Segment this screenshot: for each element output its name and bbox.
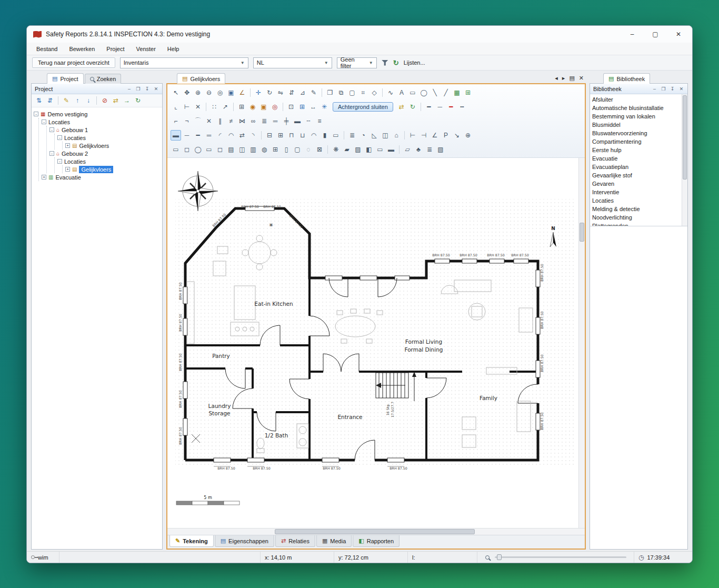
table-icon[interactable]: ⊞	[463, 87, 473, 98]
library-item[interactable]: Bestemming van lokalen	[592, 112, 681, 121]
library-item[interactable]: Gevaren	[592, 180, 681, 188]
elevator-icon[interactable]: ◫	[380, 130, 391, 141]
wall-medium-icon[interactable]: ━	[193, 130, 203, 141]
horizontal-scrollbar[interactable]	[167, 528, 585, 535]
library-item[interactable]: Bluswatervoorziening	[592, 129, 681, 137]
tab-eigenschappen[interactable]: ▤ Eigenschappen	[215, 535, 274, 547]
wardrobe-icon[interactable]: ◫	[237, 144, 247, 155]
expand-icon[interactable]: +	[65, 143, 70, 148]
fit-screen-icon[interactable]: ▣	[226, 87, 236, 98]
curve-icon[interactable]: ∿	[385, 87, 396, 98]
line-style-thick-icon[interactable]: ━	[424, 102, 434, 112]
move-up-icon[interactable]: ↑	[72, 95, 83, 106]
tv-icon[interactable]: ▭	[375, 144, 385, 155]
zoom-reset-icon[interactable]	[485, 555, 490, 560]
tree-item-locaties-1[interactable]: - Locaties	[42, 118, 161, 126]
panel-minimize-icon[interactable]: –	[650, 86, 659, 92]
collapse-icon[interactable]: -	[57, 159, 62, 164]
copy-icon[interactable]: ❐	[325, 87, 335, 98]
tab-relaties[interactable]: ⇄ Relaties	[275, 535, 315, 547]
panel-pin-icon[interactable]: ↧	[668, 86, 677, 92]
wall-dashed-icon[interactable]: ╌	[303, 116, 314, 126]
library-item[interactable]: Evacuatie	[592, 154, 681, 163]
close-button[interactable]: ✕	[667, 27, 690, 42]
wall-corner-left-icon[interactable]: ⌐	[171, 116, 181, 126]
tab-project[interactable]: ▤ Project	[47, 73, 84, 84]
refresh-icon[interactable]: ↻	[393, 59, 399, 67]
window-bay-icon[interactable]: ⊓	[286, 130, 297, 141]
snap-angle-icon[interactable]: ↗	[220, 102, 231, 112]
desk-icon[interactable]: ▬	[386, 144, 396, 155]
chair-icon[interactable]: ◻	[215, 144, 225, 155]
stairs-icon[interactable]: ≣	[347, 130, 357, 141]
snap-star-icon[interactable]: ✳	[319, 102, 329, 112]
filter-select[interactable]: Geen filter▼	[337, 57, 377, 68]
select-pointer-icon[interactable]: ↖	[171, 87, 181, 98]
tree-item-gelijkvloers-2[interactable]: + ▤ Gelijkvloers	[65, 165, 161, 173]
library-item[interactable]: Locaties	[592, 196, 681, 205]
library-item[interactable]: Eerste hulp	[592, 146, 681, 154]
node-edit-icon[interactable]: ⊿	[297, 87, 308, 98]
column-icon[interactable]: ▮	[319, 130, 330, 141]
menu-bestand[interactable]: Bestand	[31, 44, 63, 54]
close-background-button[interactable]: Achtergrond sluiten	[333, 102, 393, 112]
menu-bewerken[interactable]: Bewerken	[64, 44, 100, 54]
snap-grid-icon[interactable]: ∷	[209, 102, 219, 112]
tree-item-locaties-2[interactable]: - Locaties	[57, 134, 161, 142]
stamp-icon[interactable]: ⧉	[336, 87, 346, 98]
ramp-icon[interactable]: ◺	[369, 130, 380, 141]
view-mode-select[interactable]: Inventaris▼	[120, 57, 248, 68]
tree-item-gebouw-2[interactable]: - ⌂ Gebouw 2	[49, 150, 161, 157]
target-icon[interactable]: ◎	[269, 102, 280, 112]
mirror-horizontal-icon[interactable]: ⇋	[275, 87, 286, 98]
tree-item-gelijkvloers-1[interactable]: + ▤ Gelijkvloers	[65, 142, 161, 150]
drawing-canvas[interactable]: N	[167, 158, 585, 528]
window-single-icon[interactable]: ⊟	[264, 130, 275, 141]
collapse-icon[interactable]: -	[49, 151, 54, 156]
wall-cross-icon[interactable]: ✕	[204, 116, 214, 126]
rect-marker-icon[interactable]: ▣	[258, 102, 269, 112]
door-double-icon[interactable]: ◠	[226, 130, 236, 141]
library-scrollbar[interactable]	[682, 94, 687, 226]
rectangle-icon[interactable]: ▭	[407, 87, 418, 98]
expand-icon[interactable]: +	[42, 175, 46, 180]
menu-venster[interactable]: Venster	[131, 44, 161, 54]
transfer-icon[interactable]: ⇄	[111, 95, 121, 106]
zoom-out-icon[interactable]: ⊖	[204, 87, 214, 98]
sofa-icon[interactable]: ▭	[171, 144, 181, 155]
bed-icon[interactable]: ▤	[226, 144, 236, 155]
dimension-vertical-icon[interactable]: ⊣	[418, 130, 429, 141]
wall-double-icon[interactable]: ═	[204, 130, 214, 141]
leader-icon[interactable]: ↘	[452, 130, 462, 141]
wall-triple-icon[interactable]: ≣	[259, 116, 269, 126]
filter-icon[interactable]	[382, 60, 388, 66]
wall-cavity-icon[interactable]: ═	[270, 116, 281, 126]
document-list-icon[interactable]: ▤	[569, 75, 574, 82]
expand-icon[interactable]: +	[65, 167, 70, 172]
library-item[interactable]: Melding & detectie	[592, 205, 681, 213]
line-icon[interactable]: ╲	[430, 87, 440, 98]
group-icon[interactable]: ▢	[347, 87, 357, 98]
zoom-window-icon[interactable]: ◎	[215, 87, 225, 98]
menu-help[interactable]: Help	[162, 44, 185, 54]
rotate-icon[interactable]: ↻	[264, 87, 275, 98]
door-sliding-icon[interactable]: ⇄	[237, 130, 247, 141]
rect-table-icon[interactable]: ▭	[204, 144, 214, 155]
panel-float-icon[interactable]: ❐	[134, 86, 143, 92]
panel-close-icon[interactable]: ✕	[677, 86, 686, 92]
refresh-canvas-icon[interactable]: ↻	[407, 102, 418, 112]
dimension-grid-icon[interactable]: ⊞	[297, 102, 307, 112]
car-icon[interactable]: ▱	[402, 144, 413, 155]
fence-icon[interactable]: ≣	[424, 144, 435, 155]
snap-intersection-icon[interactable]: ✕	[193, 102, 203, 112]
wall-rail-icon[interactable]: ≡	[314, 116, 325, 126]
ellipse-icon[interactable]: ◯	[418, 87, 429, 98]
collapse-icon[interactable]: -	[49, 127, 54, 132]
round-table-icon[interactable]: ◯	[193, 144, 203, 155]
refresh-tree-icon[interactable]: ↻	[133, 95, 143, 106]
tree-item-demo-vestiging[interactable]: - ▦ Demo vestiging	[34, 110, 161, 118]
minimize-button[interactable]: –	[621, 27, 644, 42]
move-down-icon[interactable]: ↓	[83, 95, 94, 106]
pool-icon[interactable]: ▧	[435, 144, 446, 155]
library-item[interactable]: Afsluiter	[592, 95, 681, 104]
